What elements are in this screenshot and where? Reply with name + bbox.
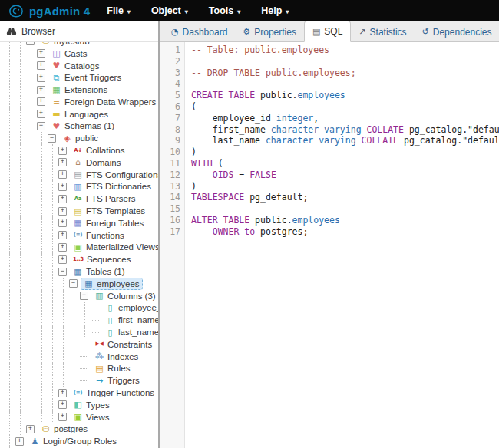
plus-expander-icon[interactable]: +: [26, 425, 35, 433]
tree-item-schemas-1[interactable]: −♥Schemas (1): [0, 120, 158, 133]
tree-node-constraints[interactable]: ▶◀Constraints: [91, 338, 155, 351]
tree-node-indexes[interactable]: ⁂Indexes: [91, 351, 141, 363]
minus-expander-icon[interactable]: −: [37, 122, 45, 130]
tree-item-employees[interactable]: −▦employees: [0, 278, 158, 290]
plus-expander-icon[interactable]: +: [37, 49, 45, 58]
tree-node-materialized-views[interactable]: ▣Materialized Views: [70, 241, 158, 253]
tree-node-last-name[interactable]: ▯last_name: [102, 326, 158, 338]
tree-node-triggers[interactable]: →Triggers: [91, 374, 143, 387]
tree-node-postgres[interactable]: ⛁postgres: [38, 423, 91, 435]
tree-node-types[interactable]: ◧Types: [70, 399, 113, 411]
tree-item-catalogs[interactable]: +♥Catalogs: [0, 60, 158, 72]
tree-node-public[interactable]: ◈public: [59, 132, 101, 144]
tree-node-trigger-functions[interactable]: (≡)Trigger Functions: [70, 387, 157, 399]
plus-expander-icon[interactable]: +: [58, 231, 67, 239]
tree-node-languages[interactable]: ▬Languages: [48, 108, 111, 120]
tree-item-last-name[interactable]: ▯last_name: [0, 326, 158, 338]
tree-item-foreign-tables[interactable]: +▦Foreign Tables: [0, 217, 158, 229]
plus-expander-icon[interactable]: +: [37, 61, 45, 70]
tree-item-public[interactable]: −◈public: [0, 132, 158, 144]
minus-expander-icon[interactable]: −: [58, 268, 67, 276]
plus-expander-icon[interactable]: +: [58, 243, 67, 252]
plus-expander-icon[interactable]: +: [58, 195, 67, 203]
tree-node-catalogs[interactable]: ♥Catalogs: [48, 60, 102, 72]
tree-item-fts-dictionaries[interactable]: +▥FTS Dictionaries: [0, 181, 158, 193]
tree-item-functions[interactable]: +(≡)Functions: [0, 229, 158, 242]
plus-expander-icon[interactable]: +: [58, 147, 67, 155]
plus-expander-icon[interactable]: +: [58, 183, 67, 191]
tree-node-views[interactable]: ▣Views: [70, 411, 112, 423]
sql-code-view[interactable]: 1234567891011121314151617 -- Table: publ…: [160, 42, 499, 448]
tab-statistics[interactable]: ↗Statistics: [351, 22, 414, 41]
tree-node-domains[interactable]: ⌂Domains: [70, 156, 124, 169]
tree-item-extensions[interactable]: +▦Extensions: [0, 84, 158, 96]
tree-node-foreign-tables[interactable]: ▦Foreign Tables: [70, 217, 147, 229]
menu-tools[interactable]: Tools▾: [209, 5, 240, 16]
tab-dependencies[interactable]: ↺Dependencies: [415, 22, 499, 41]
tab-dashboard[interactable]: ◔Dashboard: [164, 22, 235, 41]
tab-properties[interactable]: ⚙Properties: [235, 22, 304, 41]
tree-node-rules[interactable]: ▤Rules: [91, 362, 133, 374]
tree-item-materialized-views[interactable]: +▣Materialized Views: [0, 242, 158, 254]
menu-file[interactable]: File▾: [107, 5, 131, 16]
tree-node-fts-dictionaries[interactable]: ▥FTS Dictionaries: [70, 180, 154, 193]
tree-item-columns-3[interactable]: −▥Columns (3): [0, 290, 158, 302]
tree-node-login-group-roles[interactable]: ♟Login/Group Roles: [27, 435, 120, 447]
tree-node-foreign-data-wrappers[interactable]: ≡Foreign Data Wrappers: [48, 96, 158, 108]
tree-item-login-group-roles[interactable]: +♟Login/Group Roles: [0, 435, 158, 447]
tree-item-tables-1[interactable]: −▦Tables (1): [0, 265, 158, 278]
tree-node-columns-3[interactable]: ▥Columns (3): [91, 290, 158, 302]
object-browser-tree[interactable]: −⛁mytestdb+◫Casts+♥Catalogs+⧉Event Trigg…: [0, 42, 158, 448]
tree-item-trigger-functions[interactable]: +(≡)Trigger Functions: [0, 387, 158, 399]
tree-item-casts[interactable]: +◫Casts: [0, 48, 158, 60]
plus-expander-icon[interactable]: +: [37, 110, 45, 118]
tree-item-rules[interactable]: ▤Rules: [0, 363, 158, 375]
tree-item-domains[interactable]: +⌂Domains: [0, 156, 158, 169]
tree-node-employees[interactable]: ▦employees: [81, 278, 143, 290]
tree-item-collations[interactable]: +A↓Collations: [0, 144, 158, 156]
tree-item-triggers[interactable]: →Triggers: [0, 374, 158, 387]
plus-expander-icon[interactable]: +: [58, 389, 67, 397]
tree-item-foreign-data-wrappers[interactable]: +≡Foreign Data Wrappers: [0, 96, 158, 108]
plus-expander-icon[interactable]: +: [58, 170, 67, 179]
tree-item-sequences[interactable]: +1..3Sequences: [0, 253, 158, 265]
tree-item-event-triggers[interactable]: +⧉Event Triggers: [0, 71, 158, 84]
minus-expander-icon[interactable]: −: [69, 279, 78, 288]
tree-item-fts-configurations[interactable]: +▤FTS Configurations: [0, 169, 158, 181]
tree-node-schemas-1[interactable]: ♥Schemas (1): [48, 120, 117, 132]
tree-item-employee-id[interactable]: ▯employee_id: [0, 302, 158, 315]
tree-node-first-name[interactable]: ▯first_name: [102, 314, 158, 326]
tree-item-fts-templates[interactable]: +▤FTS Templates: [0, 205, 158, 217]
tree-item-first-name[interactable]: ▯first_name: [0, 314, 158, 326]
menu-help[interactable]: Help▾: [261, 5, 289, 16]
plus-expander-icon[interactable]: +: [58, 400, 67, 409]
plus-expander-icon[interactable]: +: [37, 74, 45, 82]
plus-expander-icon[interactable]: +: [58, 158, 67, 166]
plus-expander-icon[interactable]: +: [15, 437, 24, 446]
minus-expander-icon[interactable]: −: [26, 42, 35, 45]
tree-node-event-triggers[interactable]: ⧉Event Triggers: [48, 71, 124, 84]
tree-item-languages[interactable]: +▬Languages: [0, 108, 158, 120]
plus-expander-icon[interactable]: +: [37, 86, 45, 94]
tree-item-indexes[interactable]: ⁂Indexes: [0, 351, 158, 363]
menu-object[interactable]: Object▾: [151, 5, 188, 16]
tree-item-fts-parsers[interactable]: +AaFTS Parsers: [0, 193, 158, 205]
tree-node-sequences[interactable]: 1..3Sequences: [70, 253, 134, 265]
tree-node-fts-parsers[interactable]: AaFTS Parsers: [70, 193, 139, 205]
tree-node-tables-1[interactable]: ▦Tables (1): [70, 265, 128, 278]
tree-node-fts-templates[interactable]: ▤FTS Templates: [70, 205, 148, 217]
plus-expander-icon[interactable]: +: [58, 255, 67, 264]
minus-expander-icon[interactable]: −: [80, 292, 88, 300]
plus-expander-icon[interactable]: +: [37, 97, 45, 106]
tree-node-fts-configurations[interactable]: ▤FTS Configurations: [70, 169, 158, 181]
tree-node-functions[interactable]: (≡)Functions: [70, 229, 127, 242]
plus-expander-icon[interactable]: +: [58, 219, 67, 227]
plus-expander-icon[interactable]: +: [58, 413, 67, 421]
tab-sql[interactable]: ▤SQL: [304, 21, 351, 42]
plus-expander-icon[interactable]: +: [58, 207, 67, 216]
tree-node-collations[interactable]: A↓Collations: [70, 144, 128, 156]
minus-expander-icon[interactable]: −: [48, 134, 56, 143]
tree-node-extensions[interactable]: ▦Extensions: [48, 84, 111, 96]
tree-node-employee-id[interactable]: ▯employee_id: [102, 301, 158, 314]
tree-item-postgres[interactable]: +⛁postgres: [0, 423, 158, 436]
